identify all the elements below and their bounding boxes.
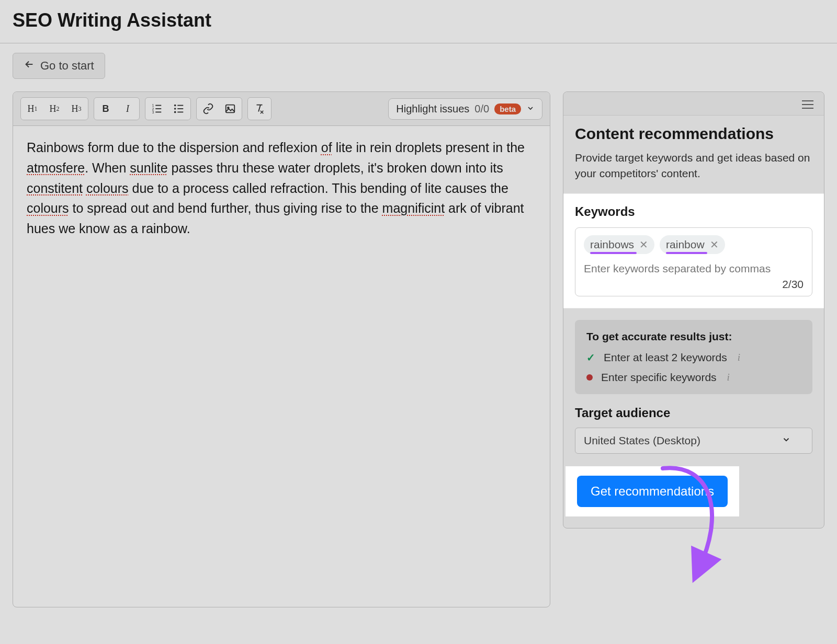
tips-title: To get accurate results just: xyxy=(586,330,801,343)
svg-rect-11 xyxy=(177,112,183,113)
tips-box: To get accurate results just: ✓Enter at … xyxy=(575,320,812,394)
get-recommendations-button[interactable]: Get recommendations xyxy=(577,476,728,507)
misspelled-word: colours xyxy=(27,201,69,215)
check-icon: ✓ xyxy=(586,351,595,364)
keyword-chip-label: rainbows xyxy=(590,238,634,251)
heading-1-button[interactable]: H1 xyxy=(22,99,43,119)
keywords-counter: 2/30 xyxy=(782,278,804,291)
target-audience-label: Target audience xyxy=(575,406,812,420)
svg-rect-5 xyxy=(155,112,161,113)
remove-keyword-icon[interactable]: ✕ xyxy=(639,238,648,251)
misspelled-word: atmosfere xyxy=(27,160,85,175)
keywords-input-box[interactable]: rainbows✕rainbow✕ Enter keywords separat… xyxy=(575,227,812,296)
svg-point-8 xyxy=(174,108,176,110)
keywords-label: Keywords xyxy=(575,204,812,219)
editor-text: passes thru these water droplets, it's b… xyxy=(168,160,503,175)
tip-text: Enter at least 2 keywords xyxy=(604,351,727,364)
arrow-left-icon xyxy=(24,59,35,73)
keywords-section: Keywords rainbows✕rainbow✕ Enter keyword… xyxy=(563,193,824,308)
misspelled-word: magnificint xyxy=(382,201,445,215)
keyword-chip[interactable]: rainbow✕ xyxy=(660,235,725,254)
target-audience-select[interactable]: United States (Desktop) xyxy=(575,428,812,454)
image-button[interactable] xyxy=(220,99,241,119)
editor-text: . When xyxy=(85,160,130,175)
chevron-down-icon xyxy=(782,434,791,447)
recommendations-description: Provide target keywords and get ideas ba… xyxy=(575,150,812,182)
recommendations-panel: Content recommendations Provide target k… xyxy=(563,91,824,528)
beta-badge: beta xyxy=(494,104,521,114)
misspelled-word: sunlite xyxy=(130,160,167,175)
info-icon[interactable]: i xyxy=(738,352,740,363)
editor-text: due to a process called refraction. This… xyxy=(129,181,508,196)
bold-button[interactable]: B xyxy=(95,99,116,119)
svg-point-10 xyxy=(174,111,176,113)
svg-rect-12 xyxy=(226,105,235,113)
editor-text: to spread out and bend further, thus giv… xyxy=(69,201,382,215)
editor-text: lite in rein droplets present in the xyxy=(332,140,525,155)
info-icon[interactable]: i xyxy=(727,372,730,383)
highlight-issues-label: Highlight issues xyxy=(396,103,469,115)
misspelled-word: of xyxy=(321,140,332,155)
tip-row: Enter specific keywordsi xyxy=(586,371,801,384)
go-to-start-button[interactable]: Go to start xyxy=(13,53,105,79)
svg-rect-3 xyxy=(155,108,161,109)
page-title: SEO Writing Assistant xyxy=(0,0,837,43)
keywords-placeholder: Enter keywords separated by commas xyxy=(584,262,804,275)
svg-text:3: 3 xyxy=(152,110,154,114)
keyword-chip-label: rainbow xyxy=(666,238,705,251)
panel-menu-icon[interactable] xyxy=(800,98,816,111)
editor-text xyxy=(83,181,86,196)
editor-textarea[interactable]: Rainbows form due to the dispersion and … xyxy=(13,126,550,607)
tip-text: Enter specific keywords xyxy=(601,371,717,384)
highlight-issues-dropdown[interactable]: Highlight issues 0/0 beta xyxy=(388,98,542,120)
editor-panel: H1 H2 H3 B I 123 xyxy=(13,91,550,607)
numbered-list-button[interactable]: 123 xyxy=(146,99,167,119)
bullet-dot-icon xyxy=(586,374,593,381)
svg-rect-7 xyxy=(177,105,183,106)
svg-point-6 xyxy=(174,105,176,107)
back-button-label: Go to start xyxy=(40,59,94,73)
italic-button[interactable]: I xyxy=(117,99,138,119)
svg-rect-1 xyxy=(155,105,161,106)
svg-rect-9 xyxy=(177,108,183,109)
misspelled-word: colours xyxy=(86,181,129,196)
heading-3-button[interactable]: H3 xyxy=(66,99,87,119)
misspelled-word: constitent xyxy=(27,181,83,196)
link-button[interactable] xyxy=(198,99,219,119)
keyword-chip[interactable]: rainbows✕ xyxy=(584,235,654,254)
recommendations-title: Content recommendations xyxy=(575,125,812,143)
target-audience-value: United States (Desktop) xyxy=(584,434,700,447)
editor-toolbar: H1 H2 H3 B I 123 xyxy=(13,92,550,126)
tip-row: ✓Enter at least 2 keywordsi xyxy=(586,351,801,364)
highlight-issues-count: 0/0 xyxy=(474,103,489,115)
heading-2-button[interactable]: H2 xyxy=(44,99,65,119)
clear-formatting-button[interactable] xyxy=(249,99,270,119)
bullet-list-button[interactable] xyxy=(168,99,189,119)
editor-text: Rainbows form due to the dispersion and … xyxy=(27,140,321,155)
remove-keyword-icon[interactable]: ✕ xyxy=(710,238,719,251)
chevron-down-icon xyxy=(526,103,535,115)
